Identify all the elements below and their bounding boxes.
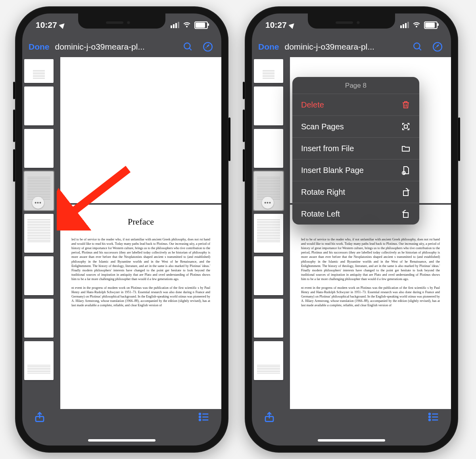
- thumbnail-more-button[interactable]: •••: [32, 197, 44, 209]
- document-title: dominic-j-o39meara-pl...: [285, 42, 405, 52]
- page-thumbnail[interactable]: [254, 214, 283, 253]
- share-button[interactable]: [32, 409, 48, 425]
- ellipsis-icon: •••: [35, 200, 42, 206]
- page-thumbnail[interactable]: [254, 256, 283, 295]
- page-thumbnail[interactable]: [24, 256, 54, 295]
- page-thumbnail[interactable]: [254, 129, 283, 168]
- search-button[interactable]: [181, 40, 195, 54]
- menu-rotate-left-label: Rotate Left: [301, 209, 340, 219]
- document-page-preface: Preface led to be of service to the read…: [290, 205, 451, 409]
- menu-insert-file-label: Insert from File: [301, 144, 354, 153]
- context-menu-header: Page 8: [292, 77, 419, 94]
- search-icon: [413, 42, 423, 52]
- newpage-icon: [401, 165, 411, 175]
- list-button[interactable]: [426, 409, 441, 425]
- thumbnail-sidebar[interactable]: •••: [252, 57, 290, 409]
- location-arrow-icon: [288, 21, 296, 29]
- menu-insert-from-file[interactable]: Insert from File: [292, 137, 419, 159]
- thumbnail-more-button[interactable]: •••: [262, 197, 274, 209]
- markup-pen-icon: [432, 42, 443, 52]
- thumbnail-sidebar[interactable]: •••: [22, 57, 60, 409]
- share-icon: [263, 411, 275, 423]
- svg-line-1: [189, 48, 191, 50]
- share-button[interactable]: [261, 409, 277, 425]
- svg-line-12: [419, 48, 421, 50]
- list-icon: [198, 411, 210, 423]
- share-icon: [34, 411, 46, 423]
- notch: [78, 13, 165, 29]
- document-page-blank: [60, 57, 221, 203]
- page-thumbnail[interactable]: [254, 59, 283, 83]
- folder-icon: [401, 144, 411, 153]
- status-time-group: 10:27: [36, 20, 65, 30]
- page-thumbnail-selected[interactable]: •••: [24, 171, 54, 210]
- document-content-area: ••• Preface led to be of service to the …: [22, 57, 221, 409]
- page-paragraph: led to be of service to the reader who, …: [301, 237, 440, 282]
- battery-icon: [424, 21, 438, 29]
- list-icon: [428, 411, 440, 423]
- page-thumbnail[interactable]: [254, 341, 283, 380]
- search-button[interactable]: [411, 40, 425, 54]
- status-time: 10:27: [36, 20, 57, 30]
- svg-point-11: [414, 43, 420, 49]
- trash-icon: [401, 100, 411, 109]
- cellular-signal-icon: [171, 22, 179, 28]
- wifi-icon: [412, 22, 421, 28]
- svg-point-6: [199, 416, 201, 418]
- done-button[interactable]: Done: [29, 42, 50, 52]
- page-viewer[interactable]: Preface led to be of service to the read…: [60, 57, 221, 409]
- iphone-mockup-right: 10:27 Done dominic-j-o39meara-pl...: [245, 6, 458, 453]
- page-thumbnail[interactable]: [24, 59, 54, 83]
- menu-rotate-left[interactable]: Rotate Left: [292, 203, 419, 225]
- status-time: 10:27: [265, 20, 287, 30]
- svg-point-17: [429, 416, 430, 418]
- battery-icon: [194, 21, 208, 29]
- page-thumbnail[interactable]: [24, 299, 54, 338]
- page-thumbnail-selected[interactable]: •••: [254, 171, 283, 210]
- menu-scan-label: Scan Pages: [301, 122, 344, 131]
- page-thumbnail[interactable]: [24, 214, 54, 253]
- svg-rect-21: [404, 125, 407, 128]
- page-paragraph: nt event in the progress of modern work …: [71, 286, 210, 308]
- menu-scan-pages[interactable]: Scan Pages: [292, 115, 419, 137]
- nav-toolbar: Done dominic-j-o39meara-pl...: [252, 36, 451, 57]
- list-button[interactable]: [196, 409, 212, 425]
- status-time-group: 10:27: [265, 20, 295, 30]
- home-indicator[interactable]: [88, 439, 155, 442]
- rotate-left-icon: [401, 209, 411, 219]
- iphone-mockup-left: 10:27 Done dominic-j-o39meara-pl...: [15, 6, 228, 453]
- page-thumbnail[interactable]: [24, 86, 54, 125]
- page-thumbnail[interactable]: [24, 341, 54, 380]
- menu-rotate-right[interactable]: Rotate Right: [292, 181, 419, 203]
- search-icon: [183, 42, 193, 52]
- done-button[interactable]: Done: [258, 42, 279, 52]
- svg-point-15: [429, 413, 430, 415]
- markup-pen-icon: [203, 42, 213, 52]
- svg-point-8: [199, 419, 201, 421]
- page-context-menu: Page 8 Delete Scan Pages Insert from Fil…: [292, 77, 419, 225]
- page-thumbnail[interactable]: [254, 86, 283, 125]
- svg-point-4: [199, 413, 201, 415]
- home-indicator[interactable]: [318, 439, 385, 442]
- page-heading: Preface: [71, 216, 210, 228]
- menu-insert-blank-label: Insert Blank Page: [301, 166, 364, 175]
- menu-insert-blank-page[interactable]: Insert Blank Page: [292, 159, 419, 181]
- nav-toolbar: Done dominic-j-o39meara-pl...: [22, 36, 221, 57]
- ellipsis-icon: •••: [264, 200, 271, 206]
- page-paragraph: nt event in the progress of modern work …: [301, 286, 440, 308]
- page-thumbnail[interactable]: [24, 129, 54, 168]
- cellular-signal-icon: [400, 22, 409, 28]
- document-title: dominic-j-o39meara-pl...: [55, 42, 176, 52]
- scan-icon: [401, 122, 411, 131]
- page-thumbnail[interactable]: [254, 299, 283, 338]
- svg-rect-24: [403, 213, 408, 217]
- menu-rotate-right-label: Rotate Right: [301, 188, 345, 197]
- markup-button[interactable]: [201, 40, 215, 54]
- menu-delete-label: Delete: [301, 100, 324, 109]
- svg-rect-23: [403, 191, 408, 196]
- markup-button[interactable]: [430, 40, 445, 54]
- svg-point-0: [184, 43, 190, 49]
- document-page-preface: Preface led to be of service to the read…: [60, 205, 221, 409]
- menu-delete[interactable]: Delete: [292, 94, 419, 115]
- location-arrow-icon: [59, 21, 66, 29]
